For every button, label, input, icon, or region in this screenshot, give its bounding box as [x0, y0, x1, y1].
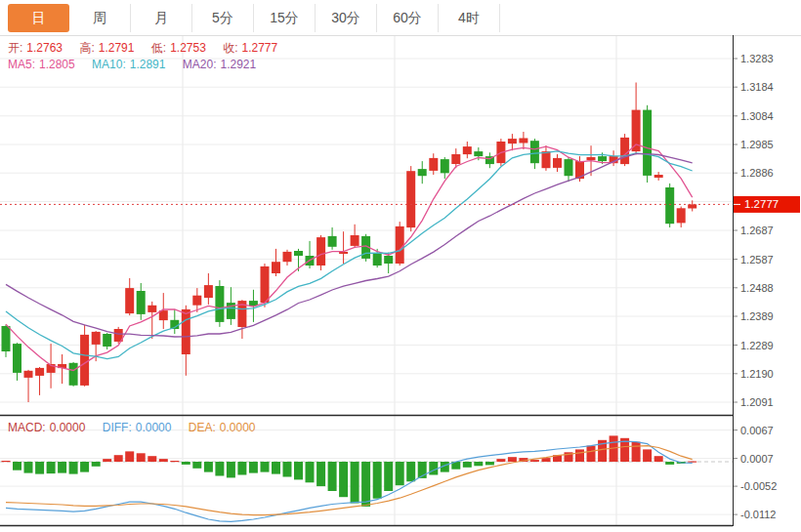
panel-borders: [0, 35, 801, 526]
svg-text:1.2985: 1.2985: [740, 139, 774, 150]
kline-chart-app: 1.32831.31841.30841.29851.28861.26871.25…: [0, 0, 801, 532]
diff-label: DIFF:: [103, 421, 132, 434]
high-value: 1.2791: [99, 41, 135, 55]
ma10-value: 1.2891: [130, 58, 166, 71]
ma5-value: 1.2805: [39, 58, 75, 71]
candles-layer: [2, 83, 697, 403]
dea-label: DEA:: [189, 421, 216, 434]
svg-text:1.2091: 1.2091: [740, 396, 774, 408]
svg-text:1.3084: 1.3084: [740, 110, 774, 122]
svg-text:0.0067: 0.0067: [740, 425, 774, 436]
dea-value: 0.0000: [220, 421, 256, 434]
svg-text:1.2777: 1.2777: [744, 198, 779, 210]
svg-text:0.0007: 0.0007: [740, 453, 774, 465]
svg-text:1.3283: 1.3283: [740, 53, 774, 64]
ma20-value: 1.2921: [220, 58, 256, 71]
legend-ohlc: 开:1.2763 高:1.2791 低:1.2753 收:1.2777: [8, 40, 281, 57]
price-axis: 1.32831.31841.30841.29851.28861.26871.25…: [729, 53, 800, 520]
timeframe-tabbar: 日 周 月 5分 15分 30分 60分 4时: [0, 0, 801, 35]
close-label: 收:: [223, 41, 237, 55]
close-value: 1.2777: [242, 41, 278, 55]
macd-label: MACD:: [8, 421, 46, 434]
legend-ma: MA5:1.2805 MA10:1.2891 MA20:1.2921: [8, 58, 260, 71]
tab-day[interactable]: 日: [8, 4, 69, 32]
tab-60min[interactable]: 60分: [377, 4, 439, 32]
svg-text:1.2389: 1.2389: [740, 310, 774, 322]
open-label: 开:: [8, 41, 22, 55]
tab-15min[interactable]: 15分: [254, 4, 316, 32]
tab-month[interactable]: 月: [131, 4, 192, 32]
tab-30min[interactable]: 30分: [316, 4, 377, 32]
svg-text:1.2687: 1.2687: [740, 225, 774, 236]
svg-text:-0.0052: -0.0052: [740, 480, 777, 492]
svg-text:1.2190: 1.2190: [740, 368, 774, 380]
svg-text:1.2587: 1.2587: [740, 254, 774, 266]
tab-week[interactable]: 周: [69, 4, 131, 32]
macd-layer: [2, 435, 697, 521]
svg-text:1.2488: 1.2488: [740, 282, 774, 294]
high-label: 高:: [79, 41, 94, 55]
legend-macd: MACD:0.0000 DIFF:0.0000 DEA:0.0000: [8, 421, 259, 434]
chart-canvas[interactable]: 1.32831.31841.30841.29851.28861.26871.25…: [0, 0, 801, 532]
svg-text:1.2289: 1.2289: [740, 340, 774, 351]
svg-text:1.3184: 1.3184: [740, 81, 774, 93]
tab-5min[interactable]: 5分: [192, 4, 254, 32]
ma10-label: MA10:: [92, 58, 126, 71]
low-value: 1.2753: [170, 41, 206, 55]
macd-value: 0.0000: [50, 421, 86, 434]
svg-text:-0.0112: -0.0112: [740, 509, 777, 520]
diff-value: 0.0000: [136, 421, 172, 434]
ma20-label: MA20:: [183, 58, 217, 71]
svg-text:1.2886: 1.2886: [740, 167, 774, 179]
ma5-label: MA5:: [8, 58, 35, 71]
tab-4hour[interactable]: 4时: [439, 4, 500, 32]
low-label: 低:: [151, 41, 166, 55]
open-value: 1.2763: [26, 41, 63, 55]
